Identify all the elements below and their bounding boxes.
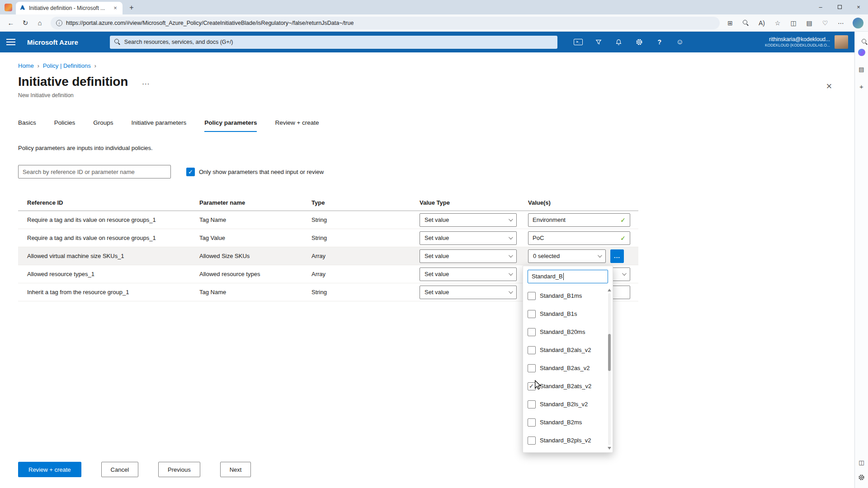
review-create-button[interactable]: Review + create (18, 462, 81, 477)
scroll-up-icon[interactable] (608, 289, 611, 291)
sku-filter-input[interactable]: Standard_B (528, 270, 608, 283)
workspace-icon[interactable] (5, 4, 12, 11)
breadcrumb-policy-definitions[interactable]: Policy | Definitions (43, 62, 91, 69)
split-screen-icon[interactable]: ◫ (788, 17, 799, 29)
browser-window: Initiative definition - Microsoft ... × … (0, 0, 868, 488)
azure-search-input[interactable] (124, 39, 553, 45)
tab-review-create[interactable]: Review + create (275, 119, 319, 132)
option-checkbox[interactable] (528, 364, 536, 372)
address-bar[interactable]: i https://portal.azure.com/#view/Microso… (51, 17, 720, 29)
tab-initiative-parameters[interactable]: Initiative parameters (132, 119, 187, 132)
minimize-icon[interactable]: – (811, 0, 830, 14)
value-type-dropdown[interactable]: Set value (420, 249, 517, 263)
col-header-type: Type (311, 199, 420, 206)
home-icon[interactable]: ⌂ (33, 17, 46, 29)
sku-option[interactable]: Standard_B2as_v2 (528, 359, 608, 377)
tab-close-icon[interactable]: × (112, 5, 119, 12)
azure-brand[interactable]: Microsoft Azure (27, 38, 78, 46)
sku-option[interactable]: Standard_B2als_v2 (528, 341, 608, 359)
browser-menu-icon[interactable]: ⋯ (835, 17, 847, 29)
favorites-icon[interactable]: ☆ (772, 17, 783, 29)
flyout-scrollbar[interactable] (607, 289, 612, 450)
filter-checkbox[interactable] (186, 168, 195, 176)
notifications-bell-icon[interactable] (614, 38, 623, 47)
cancel-button[interactable]: Cancel (101, 462, 138, 477)
browser-essentials-icon[interactable]: ♡ (819, 17, 831, 29)
sidebar-collections-icon[interactable]: ▤ (859, 66, 864, 73)
sku-more-button[interactable]: ... (610, 249, 624, 263)
sku-option-list: Standard_B1ms Standard_B1s Standard_B20m… (528, 287, 608, 450)
tab-basics[interactable]: Basics (18, 119, 36, 132)
value-type-dropdown[interactable]: Set value (420, 213, 517, 227)
filter-checkbox-label: Only show parameters that need input or … (199, 169, 324, 175)
hamburger-menu-icon[interactable] (6, 39, 15, 45)
option-checkbox[interactable] (528, 400, 536, 408)
more-options-icon[interactable]: … (142, 77, 151, 87)
back-icon[interactable]: ← (5, 17, 17, 29)
table-row-selected: Allowed virtual machine size SKUs_1 Allo… (18, 247, 638, 265)
row-type: String (311, 235, 420, 241)
value-type-dropdown[interactable]: Set value (420, 286, 517, 299)
blade-close-icon[interactable]: × (823, 80, 835, 93)
sku-option[interactable]: Standard_B1s (528, 305, 608, 323)
sku-dropdown-flyout: Standard_B Standard_B1ms Standard_B1s St… (523, 266, 613, 453)
option-checkbox[interactable] (528, 292, 536, 300)
apps-grid-icon[interactable]: ⊞ (724, 17, 736, 29)
sidebar-add-icon[interactable]: + (859, 83, 863, 90)
url-text[interactable]: https://portal.azure.com/#view/Microsoft… (66, 20, 354, 26)
help-icon[interactable]: ? (655, 38, 664, 47)
scrollbar-thumb[interactable] (608, 334, 611, 371)
parameter-search-box[interactable] (18, 165, 171, 178)
value-type-dropdown[interactable]: Set value (420, 267, 517, 281)
value-type-dropdown[interactable]: Set value (420, 231, 517, 245)
scroll-down-icon[interactable] (608, 447, 611, 450)
sku-option[interactable]: Standard_B1ms (528, 287, 608, 305)
next-button[interactable]: Next (220, 462, 251, 477)
previous-button[interactable]: Previous (158, 462, 200, 477)
page-subtitle: New Initiative definition (18, 92, 836, 99)
directory-filter-icon[interactable] (594, 38, 603, 47)
option-checkbox[interactable] (528, 418, 536, 427)
option-checkbox[interactable] (528, 346, 536, 354)
azure-header-icons: >_ ? ☺ (574, 38, 684, 47)
parameter-search-input[interactable] (23, 169, 166, 175)
tab-policies[interactable]: Policies (54, 119, 75, 132)
sidebar-settings-gear-icon[interactable] (858, 474, 865, 483)
collections-icon[interactable]: ▤ (803, 17, 815, 29)
breadcrumb-home[interactable]: Home (18, 62, 34, 69)
restore-icon[interactable] (830, 0, 849, 14)
row-reference-id: Inherit a tag from the resource group_1 (18, 289, 199, 296)
policy-parameters-table: Reference ID Parameter name Type Value T… (18, 195, 638, 301)
tab-groups[interactable]: Groups (93, 119, 113, 132)
feedback-icon[interactable]: ☺ (675, 38, 684, 47)
value-input[interactable]: Environment✓ (528, 213, 630, 227)
zoom-icon[interactable] (740, 17, 752, 29)
search-icon (114, 39, 121, 45)
site-info-icon[interactable]: i (56, 20, 62, 26)
sku-option[interactable]: Standard_B2pls_v2 (528, 432, 608, 450)
window-close-icon[interactable]: × (849, 0, 868, 14)
browser-profile-avatar[interactable] (853, 18, 863, 28)
azure-search[interactable] (110, 36, 557, 49)
tab-policy-parameters[interactable]: Policy parameters (204, 119, 257, 132)
sku-option[interactable]: Standard_B2ms (528, 413, 608, 432)
browser-tab[interactable]: Initiative definition - Microsoft ... × (16, 2, 123, 14)
sku-option[interactable]: Standard_B20ms (528, 323, 608, 341)
cloud-shell-icon[interactable]: >_ (574, 38, 583, 47)
new-tab-button[interactable]: + (127, 4, 136, 12)
read-aloud-icon[interactable]: A) (756, 17, 768, 29)
settings-gear-icon[interactable] (635, 38, 644, 47)
row-type: String (311, 216, 420, 223)
account-info[interactable]: rithinskaria@kodekloud... KODEKLOUD (KOD… (765, 36, 830, 48)
option-checkbox[interactable] (528, 310, 536, 318)
option-checkbox[interactable] (528, 328, 536, 336)
tab-title: Initiative definition - Microsoft ... (29, 5, 108, 11)
account-avatar[interactable] (835, 35, 848, 49)
sidebar-panel-icon[interactable]: ◫ (859, 459, 864, 466)
sku-option[interactable]: Standard_B2ls_v2 (528, 395, 608, 413)
option-checkbox[interactable] (528, 436, 536, 445)
value-input[interactable]: PoC✓ (528, 231, 630, 245)
copilot-icon[interactable] (858, 49, 865, 56)
refresh-icon[interactable]: ↻ (19, 17, 32, 29)
sku-multiselect-dropdown[interactable]: 0 selected (528, 249, 606, 263)
